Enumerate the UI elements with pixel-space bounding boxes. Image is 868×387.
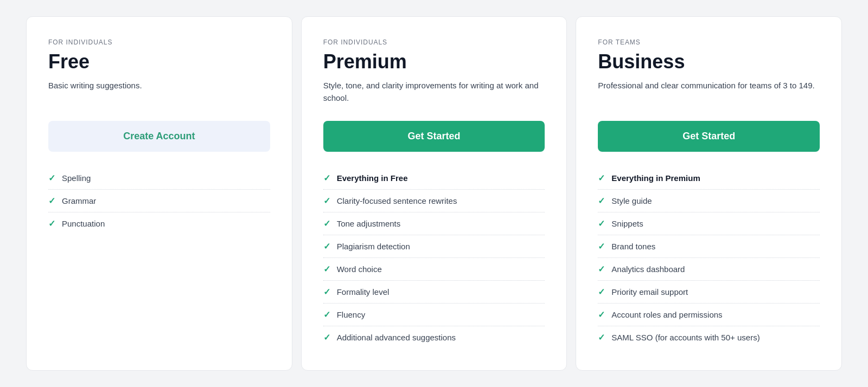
feature-text: Word choice xyxy=(337,263,382,275)
check-icon: ✓ xyxy=(598,288,605,296)
feature-item: ✓Brand tones xyxy=(598,235,820,258)
feature-text: Spelling xyxy=(62,172,91,184)
feature-text: Everything in Premium xyxy=(611,172,700,184)
plan-tier: FOR INDIVIDUALS xyxy=(323,38,545,46)
feature-text: Everything in Free xyxy=(337,172,408,184)
feature-item: ✓Analytics dashboard xyxy=(598,258,820,281)
feature-item: ✓Priority email support xyxy=(598,281,820,304)
check-icon: ✓ xyxy=(323,174,330,183)
feature-text: Plagiarism detection xyxy=(337,241,410,252)
feature-item: ✓Word choice xyxy=(323,258,545,281)
check-icon: ✓ xyxy=(323,242,330,251)
feature-item: ✓Formality level xyxy=(323,281,545,304)
feature-item: ✓SAML SSO (for accounts with 50+ users) xyxy=(598,326,820,349)
feature-item: ✓Punctuation xyxy=(48,212,270,235)
create-account-button[interactable]: Create Account xyxy=(48,121,270,152)
check-icon: ✓ xyxy=(598,311,605,319)
feature-item: ✓Everything in Free xyxy=(323,167,545,190)
features-list: ✓Spelling✓Grammar✓Punctuation xyxy=(48,167,270,235)
feature-item: ✓Fluency xyxy=(323,304,545,326)
plan-name: Business xyxy=(598,50,820,73)
feature-text: SAML SSO (for accounts with 50+ users) xyxy=(611,332,760,343)
feature-text: Analytics dashboard xyxy=(611,263,685,275)
check-icon: ✓ xyxy=(323,288,330,296)
feature-item: ✓Tone adjustments xyxy=(323,212,545,235)
check-icon: ✓ xyxy=(598,197,605,205)
plan-tier: FOR INDIVIDUALS xyxy=(48,38,270,46)
feature-item: ✓Additional advanced suggestions xyxy=(323,326,545,349)
check-icon: ✓ xyxy=(48,174,55,183)
features-list: ✓Everything in Premium✓Style guide✓Snipp… xyxy=(598,167,820,349)
feature-item: ✓Account roles and permissions xyxy=(598,304,820,326)
feature-item: ✓Grammar xyxy=(48,190,270,212)
pricing-card-free: FOR INDIVIDUALSFreeBasic writing suggest… xyxy=(26,16,292,371)
check-icon: ✓ xyxy=(323,220,330,228)
feature-text: Grammar xyxy=(62,195,96,207)
plan-name: Free xyxy=(48,50,270,73)
feature-item: ✓Spelling xyxy=(48,167,270,190)
check-icon: ✓ xyxy=(323,311,330,319)
plan-name: Premium xyxy=(323,50,545,73)
feature-text: Formality level xyxy=(337,286,390,298)
feature-item: ✓Style guide xyxy=(598,190,820,212)
check-icon: ✓ xyxy=(598,174,605,183)
features-list: ✓Everything in Free✓Clarity-focused sent… xyxy=(323,167,545,349)
feature-text: Clarity-focused sentence rewrites xyxy=(337,195,457,207)
pricing-card-business: FOR TEAMSBusinessProfessional and clear … xyxy=(576,16,842,371)
feature-text: Account roles and permissions xyxy=(611,309,722,320)
check-icon: ✓ xyxy=(323,265,330,274)
check-icon: ✓ xyxy=(48,197,55,205)
get-started-button[interactable]: Get Started xyxy=(598,121,820,152)
feature-item: ✓Everything in Premium xyxy=(598,167,820,190)
get-started-button[interactable]: Get Started xyxy=(323,121,545,152)
feature-item: ✓Snippets xyxy=(598,212,820,235)
pricing-card-premium: FOR INDIVIDUALSPremiumStyle, tone, and c… xyxy=(301,16,567,371)
feature-item: ✓Clarity-focused sentence rewrites xyxy=(323,190,545,212)
plan-description: Basic writing suggestions. xyxy=(48,80,270,106)
feature-text: Tone adjustments xyxy=(337,218,401,229)
plan-description: Style, tone, and clarity improvements fo… xyxy=(323,80,545,106)
feature-text: Additional advanced suggestions xyxy=(337,332,456,343)
feature-item: ✓Plagiarism detection xyxy=(323,235,545,258)
check-icon: ✓ xyxy=(598,242,605,251)
feature-text: Brand tones xyxy=(611,241,655,252)
check-icon: ✓ xyxy=(323,197,330,205)
check-icon: ✓ xyxy=(598,265,605,274)
check-icon: ✓ xyxy=(48,220,55,228)
check-icon: ✓ xyxy=(323,333,330,342)
feature-text: Punctuation xyxy=(62,218,105,229)
feature-text: Fluency xyxy=(337,309,366,320)
plan-description: Professional and clear communication for… xyxy=(598,80,820,106)
feature-text: Snippets xyxy=(611,218,643,229)
pricing-container: FOR INDIVIDUALSFreeBasic writing suggest… xyxy=(22,16,846,371)
check-icon: ✓ xyxy=(598,333,605,342)
plan-tier: FOR TEAMS xyxy=(598,38,820,46)
feature-text: Style guide xyxy=(611,195,652,207)
feature-text: Priority email support xyxy=(611,286,688,298)
check-icon: ✓ xyxy=(598,220,605,228)
